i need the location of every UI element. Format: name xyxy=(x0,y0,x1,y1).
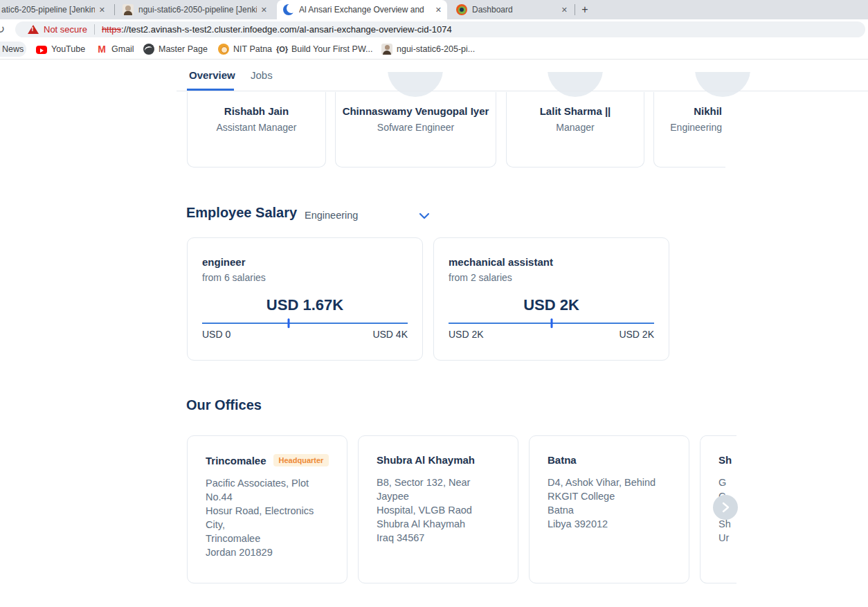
browser-tab-4[interactable]: Dashboard ✕ xyxy=(450,0,573,19)
address-line: Iraq 34567 xyxy=(377,531,500,545)
carousel-next-button[interactable] xyxy=(713,495,738,520)
youtube-icon xyxy=(36,46,47,54)
address-line: Trincomalee xyxy=(206,532,329,545)
reload-icon[interactable]: ↻ xyxy=(0,22,5,37)
salary-section-heading: Employee Salary xyxy=(186,205,297,221)
salary-samples: from 6 salaries xyxy=(202,272,266,283)
office-card[interactable]: Trincomalee Headquarter Pacific Associat… xyxy=(187,435,347,583)
employee-card[interactable]: Lalit Sharma || Manager xyxy=(506,92,644,167)
address-line: Batna xyxy=(548,503,671,517)
address-line: B8, Sector 132, Near Jaypee xyxy=(377,475,500,503)
bookmark-ngui-static[interactable]: ngui-static6-205-pi... xyxy=(381,39,475,59)
nit-patna-emblem-icon xyxy=(218,44,229,55)
salary-filter-value[interactable]: Engineering xyxy=(305,210,358,221)
url-field[interactable]: Not secure https://test2.avinash-s-test2… xyxy=(15,21,865,37)
bookmarks-bar: News YouTube M Gmail Master Page NIT Pat… xyxy=(0,39,868,60)
employee-card[interactable]: Chinnaswamy Venugopal Iyer Sofware Engin… xyxy=(335,92,496,167)
bookmark-gmail[interactable]: M Gmail xyxy=(96,39,134,59)
close-icon[interactable]: ✕ xyxy=(561,6,568,15)
bookmark-master-page[interactable]: Master Page xyxy=(143,39,208,59)
salary-role: mechanical assistant xyxy=(449,256,553,268)
divider xyxy=(94,24,95,35)
office-city: Trincomalee xyxy=(206,455,266,466)
employee-name: Nikhil xyxy=(654,105,725,117)
browser-tab-3-active[interactable]: Al Ansari Exchange Overview and ✕ xyxy=(277,0,447,19)
browser-tab-strip: atic6-205-pipeline [Jenkin ✕ ngui-static… xyxy=(0,0,868,19)
address-bar: ↻ Not secure https://test2.avinash-s-tes… xyxy=(0,19,868,39)
close-icon[interactable]: ✕ xyxy=(435,6,442,15)
salary-slider xyxy=(449,323,654,324)
tab-title: Al Ansari Exchange Overview and xyxy=(299,5,431,15)
jenkins-dashboard-icon xyxy=(456,4,467,15)
address-line: Shubra Al Khaymah xyxy=(377,517,500,531)
tab-bar-border xyxy=(177,91,868,91)
salary-min: USD 2K xyxy=(449,329,484,340)
pwa-braces-icon: {O} xyxy=(276,44,287,55)
office-city: Sh xyxy=(718,454,732,466)
chevron-right-icon xyxy=(721,502,730,513)
bookmark-nit-patna[interactable]: NIT Patna xyxy=(218,39,272,59)
employee-card-clipped[interactable]: Nikhil Engineering xyxy=(653,92,725,167)
not-secure-label[interactable]: Not secure xyxy=(44,24,87,35)
salary-min: USD 0 xyxy=(202,329,230,340)
bookmark-label: YouTube xyxy=(51,44,85,54)
salary-range: USD 0 USD 4K xyxy=(202,329,408,340)
tab-jobs[interactable]: Jobs xyxy=(251,69,273,81)
tab-overview[interactable]: Overview xyxy=(189,69,235,81)
employee-name: Lalit Sharma || xyxy=(507,105,644,117)
bookmark-label: ngui-static6-205-pi... xyxy=(397,44,475,54)
salary-card[interactable]: mechanical assistant from 2 salaries USD… xyxy=(433,237,669,361)
salary-slider xyxy=(202,323,408,324)
globe-icon xyxy=(143,44,154,55)
office-card[interactable]: Batna D4, Ashok Vihar, Behind RKGIT Coll… xyxy=(529,435,689,583)
employee-title: Manager xyxy=(507,122,644,133)
employee-title: Sofware Engineer xyxy=(336,122,496,133)
bookmark-label: News xyxy=(2,44,24,54)
close-icon[interactable]: ✕ xyxy=(261,6,267,15)
bookmark-label: Master Page xyxy=(159,44,208,54)
browser-tab-1[interactable]: atic6-205-pipeline [Jenkin ✕ xyxy=(0,0,111,19)
bookmark-build-pwa[interactable]: {O} Build Your First PW... xyxy=(276,39,372,59)
office-address: D4, Ashok Vihar, Behind RKGIT College Ba… xyxy=(548,475,671,531)
bookmark-label: NIT Patna xyxy=(233,44,272,54)
address-line: D4, Ashok Vihar, Behind xyxy=(548,475,671,489)
gmail-icon: M xyxy=(96,44,107,55)
employee-name: Rishabh Jain xyxy=(188,105,325,117)
new-tab-button[interactable]: + xyxy=(577,2,593,17)
al-ansari-crescent-icon xyxy=(283,4,294,15)
salary-range: USD 2K USD 2K xyxy=(449,329,654,340)
tab-title: Dashboard xyxy=(472,5,557,15)
tab-separator xyxy=(575,4,575,15)
address-line: Jordan 201829 xyxy=(206,545,329,559)
office-address: Pacific Associates, Plot No.44 Hosur Roa… xyxy=(206,476,329,559)
salary-max: USD 4K xyxy=(372,329,408,340)
salary-card[interactable]: engineer from 6 salaries USD 1.67K USD 0… xyxy=(187,237,423,361)
salary-role: engineer xyxy=(202,256,246,268)
employee-card[interactable]: Rishabh Jain Assistant Manager xyxy=(187,92,326,167)
office-city: Shubra Al Khaymah xyxy=(377,454,475,466)
salary-slider-tick xyxy=(550,318,552,328)
bookmark-news[interactable]: News xyxy=(2,39,24,59)
url-rest: ://test2.avinash-s-test2.cluster.infoedg… xyxy=(121,24,452,35)
bookmark-label: Gmail xyxy=(111,44,134,54)
bookmark-youtube[interactable]: YouTube xyxy=(36,39,85,59)
salary-max: USD 2K xyxy=(619,329,654,340)
address-line: Hospital, VLGB Raod xyxy=(377,503,500,517)
address-line: Pacific Associates, Plot No.44 xyxy=(206,476,329,504)
address-line: Libya 392012 xyxy=(548,517,671,531)
salary-value: USD 1.67K xyxy=(188,296,422,314)
office-card[interactable]: Shubra Al Khaymah B8, Sector 132, Near J… xyxy=(358,435,518,583)
close-icon[interactable]: ✕ xyxy=(99,6,105,15)
chevron-down-icon[interactable] xyxy=(417,210,431,222)
address-line: Hosur Road, Electronics City, xyxy=(206,504,329,532)
tab-separator xyxy=(114,4,115,15)
avatar-icon xyxy=(381,44,392,55)
browser-tab-2[interactable]: ngui-static6-2050-pipeline [Jenki ✕ xyxy=(116,0,273,19)
https-struck: https xyxy=(102,24,121,35)
address-line: RKGIT College xyxy=(548,489,671,503)
salary-value: USD 2K xyxy=(434,296,669,314)
jenkins-user-icon xyxy=(123,4,134,15)
office-city: Batna xyxy=(548,454,577,466)
employee-title: Engineering xyxy=(654,122,725,133)
tab-title: ngui-static6-2050-pipeline [Jenki xyxy=(138,5,257,15)
